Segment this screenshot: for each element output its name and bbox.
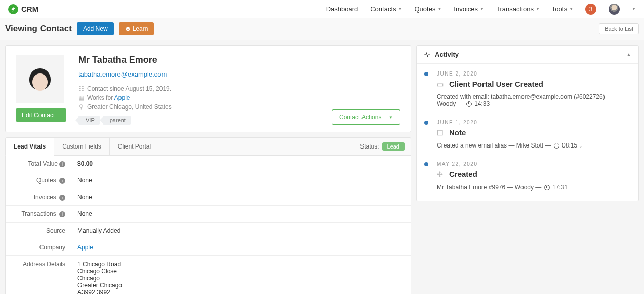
nav-quotes[interactable]: Quotes▼ <box>414 5 441 13</box>
collapse-button[interactable]: ▲ <box>626 52 631 57</box>
note-icon: ☐ <box>437 129 445 137</box>
top-nav: Dashboard Contacts▼ Quotes▼ Invoices▼ Tr… <box>326 4 636 15</box>
tabs: Lead Vitals Custom Fields Client Portal … <box>5 137 411 156</box>
contact-photo <box>16 55 64 103</box>
tag-parent[interactable]: parent <box>103 116 131 125</box>
caret-icon: ▼ <box>569 7 573 11</box>
expand-icon[interactable]: ⌄ <box>579 143 583 149</box>
user-menu-caret-icon[interactable]: ▼ <box>632 7 636 11</box>
building-icon: ▦ <box>78 94 84 101</box>
caret-icon: ▼ <box>536 7 540 11</box>
info-icon[interactable]: i <box>59 178 65 184</box>
main-content: Edit Contact Mr Tabatha Emore tabatha.em… <box>0 40 644 294</box>
activity-item: JUNE 2, 2020 ▭ Client Portal User Create… <box>431 71 631 107</box>
photo-column: Edit Contact <box>16 55 66 125</box>
plus-icon: ✢ <box>437 170 445 178</box>
info-icon[interactable]: i <box>59 161 65 167</box>
caret-icon: ▼ <box>389 115 393 120</box>
activity-title: ☐ Note <box>437 128 631 137</box>
table-row: Transactions i None <box>6 206 411 223</box>
calendar-icon: ☷ <box>78 85 84 92</box>
contact-works-for: ▦ Works for Apple <box>78 94 400 101</box>
activity-description: Mr Tabatha Emore #9976 — Woody — 17:31 <box>437 183 631 191</box>
activity-description: Created with email: tabatha.emore@exampl… <box>437 93 631 107</box>
table-row: Company Apple <box>6 239 411 256</box>
activity-title: ✢ Created <box>437 170 631 178</box>
caret-icon: ▼ <box>437 7 441 11</box>
status-display: Status: Lead <box>360 142 411 151</box>
id-card-icon: ▭ <box>437 80 445 88</box>
contact-since: ☷ Contact since August 15, 2019. <box>78 85 400 92</box>
subbar: Viewing Contact Add New Learn Back to Li… <box>0 18 644 40</box>
learn-button[interactable]: Learn <box>119 22 154 35</box>
timeline-dot-icon <box>424 162 428 166</box>
notification-badge[interactable]: 3 <box>585 4 596 15</box>
right-column: Activity ▲ JUNE 2, 2020 ▭ Client Portal … <box>416 45 639 201</box>
nav-dashboard[interactable]: Dashboard <box>326 5 358 13</box>
activity-timeline: JUNE 2, 2020 ▭ Client Portal User Create… <box>417 64 638 201</box>
contact-header-card: Edit Contact Mr Tabatha Emore tabatha.em… <box>5 45 411 132</box>
activity-date: JUNE 1, 2020 <box>437 120 631 125</box>
page-title: Viewing Contact <box>5 24 72 34</box>
back-to-list-button[interactable]: Back to List <box>599 23 639 34</box>
activity-title: ▭ Client Portal User Created <box>437 80 631 88</box>
caret-icon: ▼ <box>480 7 484 11</box>
nav-invoices[interactable]: Invoices▼ <box>454 5 484 13</box>
timeline-dot-icon <box>424 121 428 125</box>
heartbeat-icon <box>424 51 431 58</box>
vitals-company-link[interactable]: Apple <box>77 244 93 251</box>
add-new-button[interactable]: Add New <box>77 22 114 35</box>
table-row: Source Manually Added <box>6 223 411 239</box>
tab-custom-fields[interactable]: Custom Fields <box>54 138 110 155</box>
tab-client-portal[interactable]: Client Portal <box>110 138 159 155</box>
topbar: CRM Dashboard Contacts▼ Quotes▼ Invoices… <box>0 0 644 18</box>
table-row: Invoices i None <box>6 189 411 206</box>
graduation-icon <box>125 26 131 32</box>
clock-icon <box>544 185 550 190</box>
nav-transactions[interactable]: Transactions▼ <box>496 5 540 13</box>
table-row: Quotes i None <box>6 172 411 189</box>
activity-panel: Activity ▲ JUNE 2, 2020 ▭ Client Portal … <box>416 45 639 201</box>
table-row: Address Details 1 Chicago Road Chicago C… <box>6 256 411 295</box>
info-icon[interactable]: i <box>59 211 65 217</box>
edit-contact-button[interactable]: Edit Contact <box>16 108 66 122</box>
pin-icon: ⚲ <box>78 103 84 111</box>
tab-lead-vitals[interactable]: Lead Vitals <box>6 138 54 156</box>
status-badge: Lead <box>382 142 405 151</box>
activity-date: MAY 22, 2020 <box>437 161 631 167</box>
activity-item: JUNE 1, 2020 ☐ Note Created a new email … <box>431 120 631 149</box>
activity-date: JUNE 2, 2020 <box>437 71 631 77</box>
brand-text: CRM <box>21 5 38 13</box>
vitals-table: Total Valuei $0.00 Quotes i None Invoice… <box>6 156 411 294</box>
brand-logo[interactable]: CRM <box>8 4 38 14</box>
table-row: Total Valuei $0.00 <box>6 156 411 172</box>
user-avatar[interactable] <box>609 4 620 15</box>
lead-vitals-panel: Total Valuei $0.00 Quotes i None Invoice… <box>5 156 411 294</box>
tag-vip[interactable]: VIP <box>78 116 100 125</box>
activity-item: MAY 22, 2020 ✢ Created Mr Tabatha Emore … <box>431 161 631 191</box>
nav-tools[interactable]: Tools▼ <box>552 5 573 13</box>
contact-name: Mr Tabatha Emore <box>78 55 400 65</box>
brand-icon <box>8 4 18 14</box>
info-icon[interactable]: i <box>59 195 65 201</box>
contact-actions-button[interactable]: Contact Actions ▼ <box>332 109 400 125</box>
contact-actions-wrap: Contact Actions ▼ <box>332 109 400 125</box>
clock-icon <box>466 101 472 107</box>
timeline-dot-icon <box>424 72 428 76</box>
nav-contacts[interactable]: Contacts▼ <box>370 5 402 13</box>
clock-icon <box>554 143 559 149</box>
activity-description: Created a new email alias — Mike Stott —… <box>437 142 631 149</box>
company-link[interactable]: Apple <box>114 94 130 101</box>
contact-email-link[interactable]: tabatha.emore@example.com <box>78 70 400 78</box>
left-column: Edit Contact Mr Tabatha Emore tabatha.em… <box>5 45 411 294</box>
activity-header: Activity ▲ <box>417 46 638 64</box>
caret-icon: ▼ <box>398 7 402 11</box>
